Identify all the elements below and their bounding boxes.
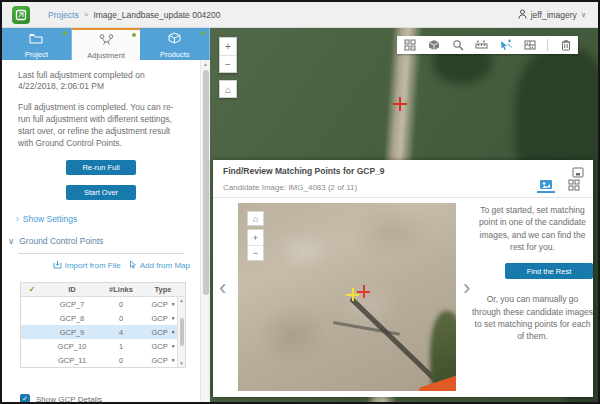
- image-home-button[interactable]: ⌂: [247, 211, 264, 226]
- gcp-type: GCP: [151, 314, 167, 323]
- gcp-links: 0: [101, 314, 141, 323]
- add-from-map-link[interactable]: Add from Map: [129, 260, 190, 271]
- chevron-right-icon: ›: [16, 214, 19, 224]
- esri-app-logo-icon[interactable]: [12, 6, 30, 24]
- gallery-view-button[interactable]: [565, 177, 583, 193]
- toolbar-divider: [547, 39, 548, 51]
- candidate-image-viewer[interactable]: ⌂ + −: [238, 203, 456, 391]
- status-dot-icon: [201, 31, 205, 35]
- caret-down-icon: ▾: [172, 357, 175, 363]
- tab-adjustment-label: Adjustment: [87, 51, 125, 60]
- import-from-file-link[interactable]: Import from File: [53, 260, 121, 271]
- scrollbar-thumb[interactable]: [203, 70, 209, 295]
- user-menu[interactable]: jeff_imagery ∨: [518, 9, 586, 21]
- search-icon[interactable]: [451, 39, 464, 52]
- basemap-icon[interactable]: [427, 39, 440, 52]
- tab-project[interactable]: Project: [2, 28, 72, 60]
- divider: [213, 197, 593, 198]
- table-row[interactable]: GCP_8 0 GCP▾: [21, 311, 185, 325]
- caret-down-icon: ▾: [172, 315, 175, 321]
- image-zoom-control: + −: [247, 229, 264, 261]
- panel-tabs: Project Adjustment Products: [2, 28, 210, 60]
- gcp-id: GCP_10: [43, 342, 101, 351]
- import-from-file-label: Import from File: [65, 261, 121, 270]
- tab-project-label: Project: [25, 50, 48, 59]
- cube-icon: [168, 30, 181, 48]
- scrollbar-thumb[interactable]: [180, 318, 184, 346]
- previous-image-button[interactable]: ‹: [219, 278, 226, 298]
- table-row[interactable]: GCP_10 1 GCP▾: [21, 339, 185, 353]
- caret-down-icon: ▾: [172, 343, 175, 349]
- adjustment-description: Full adjustment is completed. You can re…: [18, 102, 184, 150]
- add-from-map-label: Add from Map: [140, 261, 190, 270]
- scroll-down-icon[interactable]: ▼: [179, 361, 183, 366]
- gcp-type: GCP: [151, 342, 167, 351]
- panel-scrollbar[interactable]: ▲: [200, 60, 210, 402]
- user-icon: [518, 9, 527, 21]
- gcp-links: 0: [101, 300, 141, 309]
- breadcrumb-separator: >: [84, 10, 89, 19]
- thumbnail-grid-icon[interactable]: [403, 39, 416, 52]
- find-the-rest-button[interactable]: Find the Rest: [505, 263, 593, 279]
- gcp-marker-icon[interactable]: [393, 97, 407, 111]
- zoom-in-button[interactable]: +: [220, 38, 236, 55]
- adjustment-panel: Last full adjustment completed on 4/22/2…: [2, 60, 200, 402]
- zoom-out-button[interactable]: −: [220, 55, 236, 72]
- last-adjustment-status: Last full adjustment completed on 4/22/2…: [18, 70, 184, 93]
- gcp-actions: Import from File Add from Map: [2, 260, 190, 271]
- check-icon: ✓: [21, 285, 43, 294]
- gcp-id: GCP_7: [43, 300, 101, 309]
- chevron-down-icon: ∨: [581, 11, 586, 19]
- status-dot-icon: [63, 31, 67, 35]
- gcp-id: GCP_9: [43, 328, 101, 337]
- table-row[interactable]: GCP_9 4 GCP▾: [21, 325, 185, 339]
- table-row[interactable]: GCP_11 0 GCP▾: [21, 353, 185, 367]
- start-over-button[interactable]: Start Over: [66, 185, 136, 200]
- scroll-up-icon[interactable]: ▲: [179, 298, 183, 303]
- scroll-up-icon[interactable]: ▲: [203, 60, 208, 68]
- gcp-type: GCP: [151, 300, 167, 309]
- home-extent-button[interactable]: ⌂: [219, 80, 237, 98]
- cursor-icon: [129, 260, 137, 271]
- col-links: #Links: [101, 285, 141, 294]
- find-review-panel: Find/Review Matching Points for GCP_9 Ca…: [213, 160, 593, 397]
- instruction-manual-text: Or, you can manually go through these ca…: [472, 293, 593, 342]
- image-zoom-in-button[interactable]: +: [248, 230, 263, 245]
- breadcrumb-projects-link[interactable]: Projects: [48, 10, 79, 20]
- single-image-view-button[interactable]: [537, 177, 555, 193]
- gcp-table: ✓ ID #Links Type GCP_7 0 GCP▾ GCP_8 0 GC…: [20, 282, 186, 368]
- image-grid-icon[interactable]: [523, 39, 536, 52]
- gcp-type: GCP: [151, 356, 167, 365]
- gcp-type: GCP: [151, 328, 167, 337]
- tab-products[interactable]: Products: [140, 28, 210, 60]
- table-row[interactable]: GCP_7 0 GCP▾: [21, 297, 185, 311]
- folder-icon: [29, 30, 43, 48]
- rerun-full-button[interactable]: Re-run Full: [66, 160, 136, 175]
- map-zoom-control: + −: [219, 37, 237, 73]
- map-toolbar: [397, 36, 578, 54]
- gcp-section-toggle[interactable]: ∨ Ground Control Points: [8, 236, 200, 246]
- measure-icon[interactable]: [475, 39, 488, 52]
- gcp-point-marker-icon[interactable]: [357, 285, 370, 298]
- show-gcp-details-checkbox[interactable]: ✓: [20, 394, 30, 402]
- tab-adjustment[interactable]: Adjustment: [72, 28, 141, 60]
- next-image-button[interactable]: ›: [463, 278, 470, 298]
- table-scrollbar[interactable]: ▲ ▼: [177, 297, 185, 367]
- gcp-links: 4: [101, 328, 141, 337]
- status-dot-icon: [132, 33, 136, 37]
- candidate-image-label: Candidate Image: IMG_4083 (2 of 11): [223, 183, 357, 192]
- gcp-links: 1: [101, 342, 141, 351]
- view-toggle: [537, 177, 583, 193]
- gcp-manager-icon[interactable]: [499, 39, 512, 52]
- divider: [18, 253, 184, 254]
- top-bar: Projects > Image_Landbase_update 004200 …: [2, 2, 598, 28]
- delete-icon[interactable]: [559, 39, 572, 52]
- show-gcp-details-row: ✓ Show GCP Details: [20, 394, 102, 402]
- import-icon: [53, 260, 62, 271]
- find-panel-title: Find/Review Matching Points for GCP_9: [223, 166, 385, 176]
- gcp-id: GCP_11: [43, 356, 101, 365]
- gcp-section-label: Ground Control Points: [19, 236, 103, 246]
- gcp-table-body: GCP_7 0 GCP▾ GCP_8 0 GCP▾ GCP_9 4 GCP▾ G…: [21, 297, 185, 367]
- image-zoom-out-button[interactable]: −: [248, 245, 263, 260]
- show-settings-toggle[interactable]: › Show Settings: [16, 214, 200, 224]
